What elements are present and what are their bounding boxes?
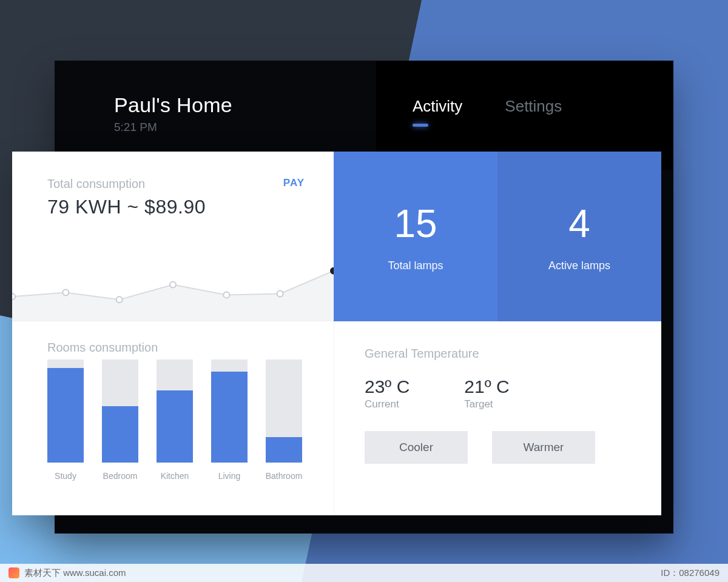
tab-activity[interactable]: Activity bbox=[413, 97, 462, 116]
current-temp-block: 23º C Current bbox=[365, 376, 410, 410]
target-temp-caption: Target bbox=[464, 398, 509, 410]
consumption-sparkline bbox=[12, 254, 334, 321]
total-lamps-tile[interactable]: 15 Total lamps bbox=[334, 152, 497, 321]
watermark-bar: 素材天下 www.sucai.com ID：08276049 bbox=[0, 564, 728, 582]
rooms-panel: Rooms consumption StudyBedroomKitchenLiv… bbox=[12, 321, 334, 515]
consumption-panel: Total consumption 79 KWH ~ $89.90 PAY bbox=[12, 152, 334, 321]
active-lamps-value: 4 bbox=[568, 201, 590, 246]
warmer-button[interactable]: Warmer bbox=[492, 431, 595, 464]
bar-label: Study bbox=[55, 471, 76, 481]
bar-bathroom[interactable]: Bathroom bbox=[266, 360, 302, 481]
current-temp-value: 23º C bbox=[365, 376, 410, 397]
temperature-panel: General Temperature 23º C Current 21º C … bbox=[334, 321, 661, 515]
tab-settings[interactable]: Settings bbox=[505, 97, 562, 116]
svg-point-2 bbox=[116, 296, 123, 303]
lamps-panel: 15 Total lamps 4 Active lamps bbox=[334, 152, 661, 321]
current-temp-caption: Current bbox=[365, 398, 410, 410]
rooms-bar-chart: StudyBedroomKitchenLivingBathroom bbox=[47, 372, 305, 481]
svg-point-1 bbox=[62, 289, 69, 295]
active-lamps-label: Active lamps bbox=[548, 259, 610, 272]
svg-point-6 bbox=[331, 268, 334, 274]
rooms-label: Rooms consumption bbox=[47, 341, 305, 355]
bar-label: Living bbox=[218, 471, 241, 481]
cooler-button[interactable]: Cooler bbox=[365, 431, 468, 464]
watermark-logo-icon bbox=[8, 567, 19, 578]
bar-kitchen[interactable]: Kitchen bbox=[157, 360, 193, 481]
consumption-label: Total consumption bbox=[47, 177, 305, 191]
pay-button[interactable]: PAY bbox=[283, 177, 305, 189]
temperature-label: General Temperature bbox=[365, 347, 632, 361]
svg-point-0 bbox=[12, 293, 15, 299]
bar-label: Bathroom bbox=[266, 471, 303, 481]
total-lamps-label: Total lamps bbox=[388, 259, 443, 272]
svg-point-3 bbox=[170, 282, 176, 288]
svg-point-5 bbox=[277, 290, 283, 296]
active-lamps-tile[interactable]: 4 Active lamps bbox=[497, 152, 661, 321]
bar-living[interactable]: Living bbox=[211, 360, 248, 481]
home-title: Paul's Home bbox=[114, 93, 376, 117]
total-lamps-value: 15 bbox=[394, 201, 437, 246]
bar-study[interactable]: Study bbox=[47, 360, 84, 481]
watermark-id: ID：08276049 bbox=[661, 567, 720, 579]
consumption-value: 79 KWH ~ $89.90 bbox=[47, 196, 305, 218]
target-temp-block: 21º C Target bbox=[464, 376, 509, 410]
svg-point-4 bbox=[223, 292, 229, 298]
main-card: Total consumption 79 KWH ~ $89.90 PAY 15… bbox=[12, 152, 661, 515]
watermark-site: 素材天下 www.sucai.com bbox=[24, 567, 126, 579]
bar-label: Kitchen bbox=[161, 471, 189, 481]
bar-label: Bedroom bbox=[103, 471, 138, 481]
target-temp-value: 21º C bbox=[464, 376, 509, 397]
clock-time: 5:21 PM bbox=[114, 121, 376, 134]
bar-bedroom[interactable]: Bedroom bbox=[102, 360, 138, 481]
